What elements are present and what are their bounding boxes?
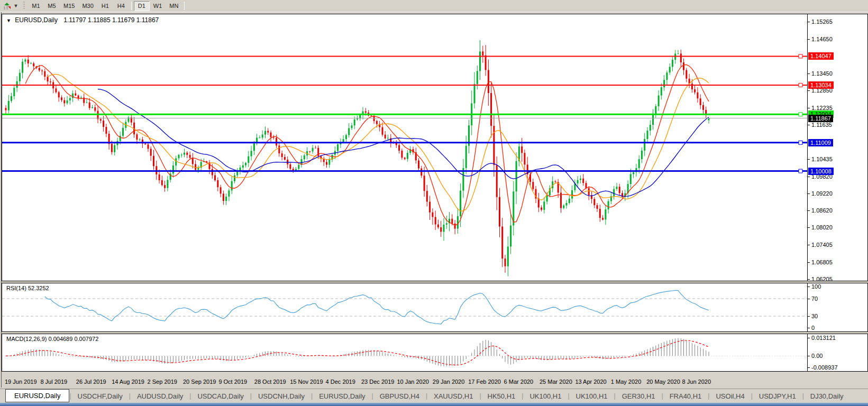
collapse-arrow-icon[interactable]: ▼ [6, 18, 11, 23]
date-tick: 9 Oct 2019 [218, 379, 247, 385]
date-tick: 19 Jun 2019 [5, 379, 37, 385]
rsi-chart[interactable] [2, 283, 808, 331]
timeframe-button-m30[interactable]: M30 [78, 1, 97, 11]
chart-tab-uk100-h1[interactable]: UK100,H1 [570, 391, 614, 402]
rsi-tick: 0 [811, 325, 815, 331]
price-tick: 1.10435 [811, 156, 833, 162]
hline-price-tag: 1.13034 [808, 81, 834, 89]
chart-tab-usdjpy-h1[interactable]: USDJPY,H1 [753, 391, 802, 402]
chart-symbol-label: EURUSD,Daily [15, 16, 58, 24]
rsi-axis[interactable]: 10070300 [807, 283, 867, 331]
price-tick: 1.07405 [811, 242, 833, 248]
chart-tab-dj30-daily[interactable]: DJ30,Daily [804, 391, 850, 402]
chart-ohlc-values: 1.11797 1.11885 1.11679 1.11867 [63, 16, 159, 24]
macd-label: MACD(12,26,9) 0.004689 0.007972 [6, 336, 98, 342]
date-tick: 17 Feb 2020 [468, 379, 501, 385]
date-axis[interactable]: 19 Jun 20198 Jul 201926 Jul 201914 Aug 2… [2, 375, 868, 389]
macd-tick: 0.013121 [811, 335, 836, 341]
timeframe-button-w1[interactable]: W1 [150, 1, 166, 11]
price-tick: 1.08020 [811, 224, 833, 230]
mt4-app: ▼ M1M5M15M30H1H4D1W1MN ▼ EURUSD,Daily 1.… [0, 0, 868, 406]
rsi-panel: RSI(14) 52.3252 10070300 [2, 283, 868, 332]
date-tick: 8 Jul 2019 [40, 379, 67, 385]
timeframe-button-m1[interactable]: M1 [28, 1, 44, 11]
macd-chart[interactable] [2, 334, 808, 371]
price-tick: 1.09220 [811, 190, 833, 197]
price-tick: 1.12235 [811, 105, 833, 111]
tab-bar: EURUSD,Daily|USDCHF,Daily|AUDUSD,Daily|U… [0, 389, 868, 403]
hline-price-tag: 1.11009 [808, 139, 833, 146]
chart-tab-usdcad-daily[interactable]: USDCAD,Daily [191, 391, 250, 402]
rsi-tick: 70 [811, 296, 818, 302]
toolbar: ▼ M1M5M15M30H1H4D1W1MN [0, 0, 868, 12]
toolbar-separator [184, 2, 185, 10]
date-tick: 15 Nov 2019 [290, 379, 323, 385]
chart-tab-gbpusd-h4[interactable]: GBPUSD,H4 [373, 391, 426, 402]
chart-tab-audusd-daily[interactable]: AUDUSD,Daily [131, 391, 189, 402]
chart-tab-uk100-h1[interactable]: UK100,H1 [523, 391, 568, 402]
rsi-tick: 100 [811, 283, 821, 290]
indicator-arrows-icon[interactable] [2, 1, 13, 11]
chevron-down-icon[interactable]: ▼ [13, 3, 19, 8]
main-chart-panel: ▼ EURUSD,Daily 1.11797 1.11885 1.11679 1… [2, 14, 868, 281]
date-tick: 8 Jun 2020 [682, 379, 711, 385]
date-tick: 29 Jan 2020 [433, 379, 465, 385]
price-tick: 1.13450 [811, 70, 833, 77]
timeframe-button-d1[interactable]: D1 [134, 1, 150, 11]
timeframe-button-m5[interactable]: M5 [44, 1, 60, 11]
toolbar-grip[interactable] [23, 2, 25, 10]
chart-tab-eurusd-daily[interactable]: EURUSD,Daily [313, 391, 371, 402]
date-tick: 25 Mar 2020 [540, 379, 572, 385]
toolbar-separator [131, 2, 132, 10]
timeframe-button-mn[interactable]: MN [166, 1, 182, 11]
hline-price-tag: 1.10008 [808, 168, 834, 175]
chart-tab-fra40-h1[interactable]: FRA40,H1 [663, 391, 708, 402]
macd-panel: MACD(12,26,9) 0.004689 0.007972 0.013121… [2, 334, 868, 372]
timeframe-buttons: M1M5M15M30H1H4D1W1MN [28, 1, 187, 11]
hline-price-tag: 1.14047 [808, 52, 834, 60]
price-tick: 1.06805 [811, 259, 833, 265]
date-tick: 2 Sep 2019 [148, 379, 177, 385]
date-tick: 6 Mar 2020 [504, 379, 534, 385]
timeframe-button-h4[interactable]: H4 [113, 1, 129, 11]
candlestick-chart[interactable] [2, 14, 808, 281]
chart-title: ▼ EURUSD,Daily 1.11797 1.11885 1.11679 1… [6, 16, 159, 24]
chart-tab-usdcnh-daily[interactable]: USDCNH,Daily [252, 391, 311, 402]
chart-tab-eurusd-daily[interactable]: EURUSD,Daily [5, 389, 69, 402]
date-tick: 26 Jul 2019 [76, 379, 106, 385]
price-tick: 1.06205 [811, 276, 833, 282]
chart-tab-hk50-h1[interactable]: HK50,H1 [481, 391, 522, 402]
macd-axis[interactable]: 0.0131210.00-0.008937 [807, 334, 867, 371]
chart-tab-usoil-h4[interactable]: USOil,H4 [709, 391, 751, 402]
macd-tick: -0.008937 [811, 364, 838, 371]
chart-tab-usdchf-daily[interactable]: USDCHF,Daily [71, 391, 129, 402]
date-tick: 13 Apr 2020 [575, 379, 606, 385]
date-tick: 10 Jan 2020 [397, 379, 429, 385]
chart-tab-xauusd-h1[interactable]: XAUUSD,H1 [427, 391, 479, 402]
status-strip [0, 403, 868, 406]
date-tick: 14 Aug 2019 [112, 379, 144, 385]
current-price-tag: 1.11867 [808, 115, 833, 122]
date-tick: 4 Dec 2019 [326, 379, 355, 385]
price-tick: 1.08620 [811, 207, 833, 214]
timeframe-button-m15[interactable]: M15 [60, 1, 78, 11]
rsi-tick: 30 [811, 313, 818, 319]
macd-tick: 0.00 [811, 353, 823, 359]
price-tick: 1.14650 [811, 36, 833, 42]
date-tick: 23 Dec 2019 [361, 379, 394, 385]
date-tick: 20 May 2020 [646, 379, 680, 385]
date-tick: 28 Oct 2019 [254, 379, 286, 385]
date-tick: 20 Sep 2019 [183, 379, 216, 385]
timeframe-button-h1[interactable]: H1 [97, 1, 113, 11]
date-tick: 1 May 2020 [611, 379, 641, 385]
rsi-label: RSI(14) 52.3252 [6, 285, 49, 291]
price-tick: 1.11635 [811, 122, 832, 128]
price-tick: 1.15265 [811, 19, 833, 25]
chart-tab-ger30-h1[interactable]: GER30,H1 [616, 391, 662, 402]
price-axis[interactable]: 1.152651.146501.134501.128501.122351.116… [807, 14, 867, 281]
